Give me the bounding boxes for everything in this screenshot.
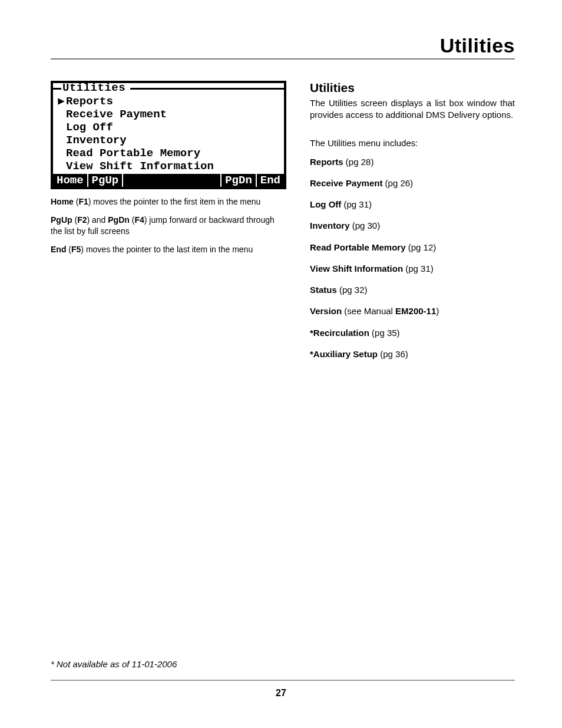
item-ref: (pg 35)	[369, 328, 400, 338]
legend-key: PgUp	[51, 215, 72, 225]
footer-pgup-button[interactable]: PgUp	[88, 174, 124, 187]
item-name: View Shift Information	[310, 263, 403, 274]
list-item: *Recirculation (pg 35)	[310, 327, 515, 339]
terminal-footer: Home PgUp PgDn End	[53, 174, 284, 187]
terminal-menu-item[interactable]: View Shift Information	[57, 160, 280, 173]
pointer-spacer	[57, 108, 66, 121]
list-item: Receive Payment (pg 26)	[310, 177, 515, 189]
utilities-reference-list: Reports (pg 28) Receive Payment (pg 26) …	[310, 156, 515, 361]
key-legend: Home (F1) moves the pointer to the first…	[51, 196, 286, 255]
legend-key: PgDn	[108, 215, 130, 225]
terminal-caption: Utilities	[62, 81, 125, 94]
item-ref: (pg 32)	[337, 285, 368, 295]
list-item: Inventory (pg 30)	[310, 220, 515, 232]
item-name: Version	[310, 306, 342, 316]
legend-text: ) moves the pointer to the first item in…	[88, 197, 261, 206]
item-name: Reports	[310, 157, 343, 167]
pointer-spacer	[57, 147, 66, 160]
item-ref: (pg 28)	[343, 157, 374, 167]
pointer-spacer	[57, 160, 66, 173]
terminal-menu-label: Receive Payment	[66, 108, 167, 121]
item-ref: )	[436, 306, 439, 316]
item-ref: (pg 26)	[382, 178, 413, 188]
terminal-menu-item[interactable]: Inventory	[57, 134, 280, 147]
page-header-title: Utilities	[51, 34, 515, 57]
list-item: Reports (pg 28)	[310, 156, 515, 168]
list-item: Status (pg 32)	[310, 284, 515, 296]
legend-text: (	[66, 245, 71, 254]
legend-line: End (F5) moves the pointer to the last i…	[51, 244, 286, 255]
legend-key: Home	[51, 197, 74, 206]
pointer-spacer	[57, 134, 66, 147]
item-ref: (pg 30)	[350, 220, 381, 230]
footer-spacer	[123, 174, 222, 187]
terminal-menu-item[interactable]: ▶ Reports	[57, 95, 280, 108]
header-rule	[51, 58, 515, 60]
item-ref: (see Manual	[342, 306, 395, 316]
item-name: Receive Payment	[310, 178, 382, 188]
item-ref: (pg 31)	[403, 263, 434, 274]
item-name: Inventory	[310, 220, 350, 230]
legend-text: ) and	[87, 215, 108, 225]
list-item: Version (see Manual EM200-11)	[310, 305, 515, 317]
legend-key: F2	[77, 215, 87, 225]
item-name: *Auxiliary Setup	[310, 349, 378, 359]
legend-key: F5	[71, 245, 81, 254]
list-item: Read Portable Memory (pg 12)	[310, 242, 515, 253]
legend-text: ) moves the pointer to the last item in …	[81, 245, 253, 254]
terminal-menu-label: Reports	[66, 95, 113, 108]
utilities-terminal: Utilities ▶ Reports Receive Payment Log	[51, 81, 286, 189]
page-number: 27	[0, 688, 562, 699]
list-item: Log Off (pg 31)	[310, 199, 515, 210]
legend-key: F1	[78, 197, 88, 206]
item-ref: (pg 31)	[341, 199, 372, 209]
terminal-menu-label: Inventory	[66, 134, 127, 147]
item-ref: (pg 12)	[406, 242, 437, 252]
terminal-menu-label: Log Off	[66, 121, 113, 134]
terminal-menu-item[interactable]: Log Off	[57, 121, 280, 134]
item-name: Status	[310, 285, 337, 295]
list-item: *Auxiliary Setup (pg 36)	[310, 348, 515, 360]
item-name: *Recirculation	[310, 328, 369, 338]
legend-line: Home (F1) moves the pointer to the first…	[51, 196, 286, 207]
legend-key: F4	[134, 215, 144, 225]
section-heading: Utilities	[310, 81, 515, 95]
list-item: View Shift Information (pg 31)	[310, 263, 515, 275]
legend-text: (	[72, 215, 78, 225]
section-intro: The Utilities screen displays a list box…	[310, 97, 515, 121]
pointer-icon: ▶	[57, 95, 66, 108]
legend-line: PgUp (F2) and PgDn (F4) jump forward or …	[51, 215, 286, 237]
terminal-caption-bar: Utilities	[53, 83, 284, 92]
item-name: Read Portable Memory	[310, 242, 406, 252]
terminal-menu-label: Read Portable Memory	[66, 147, 200, 160]
footer-end-button[interactable]: End	[257, 174, 284, 187]
terminal-menu-label: View Shift Information	[66, 160, 214, 173]
footnote: * Not available as of 11-01-2006	[51, 659, 177, 669]
item-name: Log Off	[310, 199, 341, 209]
footer-rule	[51, 680, 515, 681]
pointer-spacer	[57, 121, 66, 134]
footer-home-button[interactable]: Home	[53, 174, 88, 187]
terminal-menu-item[interactable]: Read Portable Memory	[57, 147, 280, 160]
item-ref-bold: EM200-11	[395, 306, 436, 316]
terminal-menu-list: ▶ Reports Receive Payment Log Off Invent…	[53, 92, 284, 174]
legend-key: End	[51, 245, 66, 254]
terminal-menu-item[interactable]: Receive Payment	[57, 108, 280, 121]
footer-pgdn-button[interactable]: PgDn	[222, 174, 257, 187]
item-ref: (pg 36)	[378, 349, 408, 359]
section-subheading: The Utilities menu includes:	[310, 138, 515, 148]
